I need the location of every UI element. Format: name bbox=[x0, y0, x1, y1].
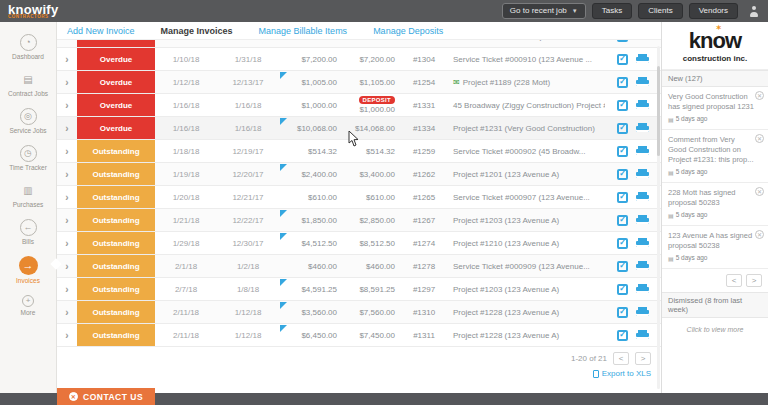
tab-manage-deposits[interactable]: Manage Deposits bbox=[373, 26, 443, 36]
register-payment-icon[interactable]: ✓ bbox=[617, 54, 628, 65]
invoice-row[interactable]: › Overdue 1/16/18 1/16/18 $10,068.00 DEP… bbox=[57, 117, 661, 140]
notifications-next-button[interactable]: > bbox=[746, 274, 762, 287]
prev-page-button[interactable]: < bbox=[613, 352, 629, 365]
register-payment-icon[interactable]: ✓ bbox=[617, 238, 628, 249]
print-icon[interactable] bbox=[636, 284, 649, 295]
sidebar-item-invoices[interactable]: → Invoices bbox=[0, 251, 56, 290]
register-payment-icon[interactable]: ✓ bbox=[617, 330, 628, 341]
expand-row-icon[interactable]: › bbox=[57, 284, 77, 295]
scrollbar-thumb[interactable] bbox=[657, 66, 660, 156]
invoice-row[interactable]: › Overdue 1/16/18 1/16/18 $1,000.00 DEPO… bbox=[57, 94, 661, 117]
dismiss-notification-icon[interactable]: ✕ bbox=[755, 91, 764, 100]
expand-row-icon[interactable]: › bbox=[57, 54, 77, 65]
expand-row-icon[interactable]: › bbox=[57, 307, 77, 318]
print-icon[interactable] bbox=[636, 54, 649, 65]
sidebar-item-dashboard[interactable]: ◔ Dashboard bbox=[0, 29, 56, 66]
note-icon: ▤ bbox=[668, 169, 674, 177]
tasks-button[interactable]: Tasks bbox=[592, 3, 632, 19]
next-page-button[interactable]: > bbox=[635, 352, 651, 365]
print-icon[interactable] bbox=[636, 77, 649, 88]
vendors-button[interactable]: Vendors bbox=[689, 3, 738, 19]
register-payment-icon[interactable]: ✓ bbox=[617, 146, 628, 157]
expand-row-icon[interactable]: › bbox=[57, 215, 77, 226]
notification-item[interactable]: ✕ 228 Mott has signed proposal 50283 ▤ 5… bbox=[662, 183, 768, 226]
notification-item[interactable]: ✕ 123 Avenue A has signed proposal 50238… bbox=[662, 226, 768, 269]
pagination-label: 1-20 of 21 bbox=[571, 354, 607, 363]
invoice-number: #1274 bbox=[399, 239, 449, 248]
expand-row-icon[interactable]: › bbox=[57, 146, 77, 157]
go-to-recent-job-dropdown[interactable]: Go to recent job ▼ bbox=[502, 3, 586, 19]
notification-item[interactable]: ✕ Very Good Construction has signed prop… bbox=[662, 87, 768, 130]
note-icon: ▤ bbox=[668, 212, 674, 220]
amount-cell: $4,591.25 bbox=[279, 278, 341, 300]
print-icon[interactable] bbox=[636, 330, 649, 341]
invoice-row[interactable]: › Outstanding 1/20/18 12/21/17 $610.00 D… bbox=[57, 186, 661, 209]
expand-row-icon[interactable]: › bbox=[57, 123, 77, 134]
sidebar-item-bills[interactable]: ← Bills bbox=[0, 214, 56, 251]
print-icon[interactable] bbox=[636, 169, 649, 180]
tab-add-new-invoice[interactable]: Add New Invoice bbox=[67, 26, 135, 36]
register-payment-icon[interactable]: ✓ bbox=[617, 123, 628, 134]
print-icon[interactable] bbox=[636, 307, 649, 318]
invoiced-date: 1/18/18 bbox=[155, 147, 217, 156]
sidebar-item-more[interactable]: + More bbox=[0, 290, 56, 322]
expand-row-icon[interactable]: › bbox=[57, 169, 77, 180]
due-date: 1/8/18 bbox=[217, 285, 279, 294]
dismiss-notification-icon[interactable]: ✕ bbox=[755, 187, 764, 196]
expand-row-icon[interactable]: › bbox=[57, 77, 77, 88]
vertical-scrollbar[interactable] bbox=[657, 46, 660, 389]
sidebar-item-time-tracker[interactable]: ◷ Time Tracker bbox=[0, 140, 56, 177]
invoice-row[interactable]: › Outstanding 2/1/18 1/2/18 $460.00 DEPO… bbox=[57, 255, 661, 278]
tab-manage-invoices[interactable]: Manage Invoices bbox=[161, 26, 233, 36]
invoice-row[interactable]: › Outstanding 1/19/18 12/20/17 $2,400.00… bbox=[57, 163, 661, 186]
amount-cell: $514.32 bbox=[279, 140, 341, 162]
notification-item[interactable]: ✕ Comment from Very Good Construction on… bbox=[662, 130, 768, 183]
sidebar-item-purchases[interactable]: ▥ Purchases bbox=[0, 177, 56, 214]
invoice-row[interactable]: › Overdue 1/12/18 12/13/17 $1,005.00 DEP… bbox=[57, 71, 661, 94]
sidebar-item-service-jobs[interactable]: ◎ Service Jobs bbox=[0, 103, 56, 140]
invoice-row[interactable]: › Outstanding 1/18/18 12/19/17 $514.32 D… bbox=[57, 140, 661, 163]
tab-manage-billable-items[interactable]: Manage Billable Items bbox=[259, 26, 348, 36]
invoice-row[interactable]: › Overdue 1/10/18 1/31/18 $7,200.00 DEPO… bbox=[57, 48, 661, 71]
view-more-link[interactable]: Click to view more bbox=[662, 318, 768, 341]
dismiss-notification-icon[interactable]: ✕ bbox=[755, 134, 764, 143]
print-icon[interactable] bbox=[636, 238, 649, 249]
invoiced-date: 1/29/18 bbox=[155, 239, 217, 248]
user-account-icon[interactable] bbox=[748, 6, 760, 17]
register-payment-icon[interactable]: ✓ bbox=[617, 307, 628, 318]
expand-row-icon[interactable]: › bbox=[57, 192, 77, 203]
register-payment-icon[interactable]: ✓ bbox=[617, 192, 628, 203]
register-payment-icon[interactable]: ✓ bbox=[617, 284, 628, 295]
invoice-row[interactable]: › Outstanding 1/29/18 12/30/17 $4,512.50… bbox=[57, 232, 661, 255]
clients-button[interactable]: Clients bbox=[638, 3, 682, 19]
register-payment-icon[interactable]: ✓ bbox=[617, 100, 628, 111]
register-payment-icon[interactable]: ✓ bbox=[617, 215, 628, 226]
invoice-row[interactable]: › Outstanding 2/7/18 1/8/18 $4,591.25 DE… bbox=[57, 278, 661, 301]
print-icon[interactable] bbox=[636, 123, 649, 134]
dismiss-notification-icon[interactable]: ✕ bbox=[755, 230, 764, 239]
export-to-xls-link[interactable]: Export to XLS bbox=[593, 369, 651, 378]
invoice-row[interactable]: › Outstanding 1/21/18 12/22/17 $1,850.00… bbox=[57, 209, 661, 232]
register-payment-icon[interactable]: ✓ bbox=[617, 169, 628, 180]
invoice-row[interactable]: › Outstanding 2/11/18 1/12/18 $6,450.00 … bbox=[57, 324, 661, 347]
recent-job-label: Go to recent job bbox=[510, 7, 567, 15]
invoice-row[interactable]: › Outstanding 2/11/18 1/12/18 $3,560.00 … bbox=[57, 301, 661, 324]
print-icon[interactable] bbox=[636, 100, 649, 111]
print-icon[interactable] bbox=[636, 215, 649, 226]
sidebar-item-contract-jobs[interactable]: ▤ Contract Jobs bbox=[0, 66, 56, 103]
chevron-down-icon: ▼ bbox=[572, 8, 578, 14]
invoice-number: #1267 bbox=[399, 216, 449, 225]
expand-row-icon[interactable]: › bbox=[57, 330, 77, 341]
mouse-cursor bbox=[348, 131, 359, 151]
amount-cell: $7,200.00 bbox=[279, 48, 341, 70]
print-icon[interactable] bbox=[636, 146, 649, 157]
register-payment-icon[interactable]: ✓ bbox=[617, 77, 628, 88]
contact-us-button[interactable]: ✕ CONTACT US bbox=[57, 388, 155, 405]
print-icon[interactable] bbox=[636, 261, 649, 272]
register-payment-icon[interactable]: ✓ bbox=[617, 261, 628, 272]
notifications-prev-button[interactable]: < bbox=[726, 274, 742, 287]
print-icon[interactable] bbox=[636, 192, 649, 203]
knowify-logo[interactable]: knowify CONTRACTORS bbox=[8, 3, 59, 20]
expand-row-icon[interactable]: › bbox=[57, 100, 77, 111]
expand-row-icon[interactable]: › bbox=[57, 238, 77, 249]
